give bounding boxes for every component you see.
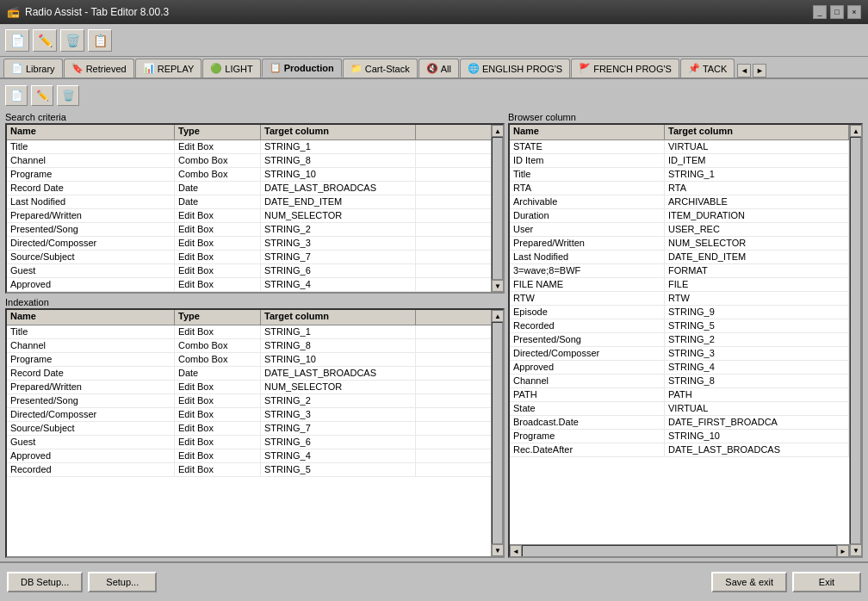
table-row[interactable]: STATE VIRTUAL (510, 140, 849, 154)
save-exit-button[interactable]: Save & exit (711, 572, 787, 592)
tab-production[interactable]: 📋 Production (262, 59, 342, 77)
all-icon: 🔇 (426, 63, 438, 74)
table-row[interactable]: Prepared/Written Edit Box NUM_SELECTOR (7, 209, 491, 223)
table-row[interactable]: Title Edit Box STRING_1 (7, 140, 491, 154)
table-row[interactable]: Approved Edit Box STRING_4 (7, 278, 491, 292)
table-row[interactable]: Programe Combo Box STRING_10 (7, 168, 491, 182)
tab-replay[interactable]: 📊 REPLAY (135, 59, 202, 77)
table-row[interactable]: Title Edit Box STRING_1 (7, 325, 491, 339)
indexation-body[interactable]: Title Edit Box STRING_1 Channel Combo Bo… (7, 325, 491, 556)
tab-scroll-right[interactable]: ► (753, 64, 766, 77)
tab-cart-stack[interactable]: 📁 Cart-Stack (343, 59, 418, 77)
table-row[interactable]: Presented/Song STRING_2 (510, 333, 849, 347)
table-row[interactable]: Approved Edit Box STRING_4 (7, 449, 491, 463)
copy-button[interactable]: 📋 (88, 29, 112, 52)
table-row[interactable]: Last Nodified Date DATE_END_ITEM (7, 195, 491, 209)
table-row[interactable]: 3=wave;8=BWF FORMAT (510, 264, 849, 278)
table-row[interactable]: RTW RTW (510, 292, 849, 306)
bc-hscroll-track[interactable] (522, 545, 837, 556)
table-row[interactable]: Presented/Song Edit Box STRING_2 (7, 223, 491, 237)
table-row[interactable]: Last Nodified DATE_END_ITEM (510, 251, 849, 264)
table-row[interactable]: Guest Edit Box STRING_6 (7, 264, 491, 278)
table-row[interactable]: Prepared/Written NUM_SELECTOR (510, 237, 849, 251)
bc-row-target: VIRTUAL (665, 402, 849, 415)
bc-row-target: STRING_4 (665, 361, 849, 374)
browser-scrollbar-h[interactable]: ◄ ► (510, 544, 849, 556)
tab-retrieved[interactable]: 🔖 Retrieved (64, 59, 134, 77)
table-row[interactable]: Prepared/Written Edit Box NUM_SELECTOR (7, 381, 491, 394)
browser-column-body[interactable]: STATE VIRTUAL ID Item ID_ITEM Title STRI… (510, 140, 849, 544)
sub-delete-button[interactable]: 🗑️ (57, 85, 79, 106)
db-setup-button[interactable]: DB Setup... (7, 572, 83, 592)
sub-undo-button[interactable]: ✏️ (31, 85, 53, 106)
tab-french-progs[interactable]: 🚩 FRENCH PROG'S (571, 59, 679, 77)
bc-scroll-left[interactable]: ◄ (510, 545, 522, 556)
table-row[interactable]: Source/Subject Edit Box STRING_7 (7, 422, 491, 436)
idx-scroll-down[interactable]: ▼ (492, 544, 504, 556)
sc-row-name: Directed/Composser (7, 237, 175, 250)
table-row[interactable]: Presented/Song Edit Box STRING_2 (7, 394, 491, 408)
table-row[interactable]: Channel Combo Box STRING_8 (7, 339, 491, 353)
table-row[interactable]: PATH PATH (510, 388, 849, 402)
bc-scroll-down[interactable]: ▼ (850, 544, 862, 556)
table-row[interactable]: Guest Edit Box STRING_6 (7, 436, 491, 449)
table-row[interactable]: Recorded Edit Box STRING_5 (7, 463, 491, 477)
table-row[interactable]: Source/Subject Edit Box STRING_7 (7, 251, 491, 264)
table-row[interactable]: Directed/Composser Edit Box STRING_3 (7, 408, 491, 422)
tab-library[interactable]: 📄 Library (3, 59, 63, 77)
bc-row-target: ARCHIVABLE (665, 195, 849, 208)
undo-button[interactable]: ✏️ (33, 29, 57, 52)
browser-scrollbar-v[interactable]: ▲ ▼ (849, 125, 861, 556)
table-row[interactable]: Directed/Composser Edit Box STRING_3 (7, 237, 491, 251)
indexation-scrollbar[interactable]: ▲ ▼ (491, 310, 503, 556)
idx-scroll-track[interactable] (492, 322, 503, 544)
table-row[interactable]: FILE NAME FILE (510, 278, 849, 292)
search-criteria-body[interactable]: Title Edit Box STRING_1 Channel Combo Bo… (7, 140, 491, 292)
table-row[interactable]: RTA RTA (510, 182, 849, 195)
table-row[interactable]: Channel STRING_8 (510, 375, 849, 388)
table-row[interactable]: Title STRING_1 (510, 168, 849, 182)
table-row[interactable]: Record Date Date DATE_LAST_BROADCAS (7, 182, 491, 195)
table-row[interactable]: Archivable ARCHIVABLE (510, 195, 849, 209)
idx-scroll-up[interactable]: ▲ (492, 310, 504, 322)
tab-tack[interactable]: 📌 TACK (680, 59, 735, 77)
tab-all[interactable]: 🔇 All (418, 59, 459, 77)
table-row[interactable]: ID Item ID_ITEM (510, 154, 849, 168)
sc-row-type: Edit Box (175, 140, 261, 153)
table-row[interactable]: State VIRTUAL (510, 402, 849, 416)
sc-scroll-track[interactable] (492, 137, 503, 280)
bc-scroll-track[interactable] (850, 137, 861, 544)
table-row[interactable]: Duration ITEM_DURATION (510, 209, 849, 223)
setup-button[interactable]: Setup... (88, 572, 157, 592)
close-button[interactable]: × (847, 5, 861, 19)
table-row[interactable]: User USER_REC (510, 223, 849, 237)
delete-button[interactable]: 🗑️ (60, 29, 84, 52)
bc-scroll-up[interactable]: ▲ (850, 125, 862, 137)
sc-scroll-down[interactable]: ▼ (492, 280, 504, 292)
new-doc-button[interactable]: 📄 (5, 29, 29, 52)
tab-english-progs[interactable]: 🌐 ENGLISH PROG'S (460, 59, 570, 77)
sc-scroll-up[interactable]: ▲ (492, 125, 504, 137)
table-row[interactable]: Programe STRING_10 (510, 430, 849, 443)
table-row[interactable]: Directed/Composser STRING_3 (510, 347, 849, 361)
sub-new-button[interactable]: 📄 (5, 85, 28, 106)
minimize-button[interactable]: _ (813, 5, 827, 19)
table-row[interactable]: Record Date Date DATE_LAST_BROADCAS (7, 367, 491, 381)
table-row[interactable]: Recorded STRING_5 (510, 319, 849, 333)
tab-light[interactable]: 🟢 LIGHT (202, 59, 260, 77)
maximize-button[interactable]: □ (830, 5, 844, 19)
table-row[interactable]: Programe Combo Box STRING_10 (7, 353, 491, 367)
table-row[interactable]: Episode STRING_9 (510, 306, 849, 319)
bc-scroll-right[interactable]: ► (837, 545, 849, 556)
exit-button[interactable]: Exit (792, 572, 861, 592)
table-row[interactable]: Rec.DateAfter DATE_LAST_BROADCAS (510, 443, 849, 457)
library-icon: 📄 (11, 63, 23, 74)
table-row[interactable]: Broadcast.Date DATE_FIRST_BROADCA (510, 416, 849, 430)
tab-scroll-left[interactable]: ◄ (737, 64, 751, 77)
table-row[interactable]: Channel Combo Box STRING_8 (7, 154, 491, 168)
bc-row-target: USER_REC (665, 223, 849, 236)
search-criteria-scrollbar[interactable]: ▲ ▼ (491, 125, 503, 292)
table-row[interactable]: Approved STRING_4 (510, 361, 849, 375)
bc-row-name: User (510, 223, 665, 236)
bc-row-target: PATH (665, 388, 849, 401)
